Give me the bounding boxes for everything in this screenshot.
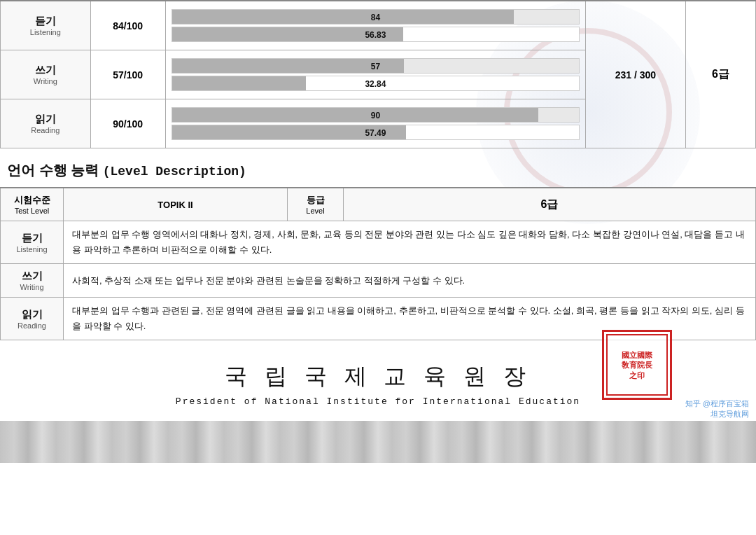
section-heading-korean: 언어 수행 능력 [7, 162, 99, 178]
reading-score: 90/100 [90, 99, 165, 148]
grade-header-english: Level [296, 207, 335, 215]
level-listening-desc: 대부분의 업무 수행 영역에서의 대화나 정치, 경제, 사회, 문화, 교육 … [64, 221, 756, 264]
grade-value-cell: 6급 [344, 188, 756, 221]
writing-bars: 57 32.84 [165, 50, 585, 99]
writing-bar1-fill [172, 59, 404, 73]
section-heading-english: (Level Description) [103, 165, 246, 179]
level-listening-english: Listening [9, 245, 55, 253]
section-heading: 언어 수행 능력 (Level Description) [0, 148, 756, 187]
writing-subject: 쓰기 Writing [1, 50, 91, 99]
reading-subject: 읽기 Reading [1, 99, 91, 148]
reading-english: Reading [6, 126, 85, 134]
level-listening-subject: 듣기 Listening [1, 221, 64, 264]
writing-score: 57/100 [90, 50, 165, 99]
test-level-header: 시험수준 Test Level [1, 188, 64, 221]
writing-bar1-label: 57 [371, 60, 380, 74]
level-reading-english: Reading [9, 321, 55, 330]
writing-bar1-track: 57 [172, 58, 580, 74]
reading-bar2-track: 57.49 [172, 125, 580, 140]
listening-english: Listening [6, 28, 85, 36]
level-reading-subject: 읽기 Reading [1, 298, 64, 340]
writing-korean: 쓰기 [6, 64, 85, 77]
topik-level-cell: TOPIK II [64, 188, 288, 221]
grade-header-korean: 등급 [296, 194, 335, 207]
zhihu-watermark: 知乎 @程序百宝箱 坦克导航网 [685, 398, 749, 419]
listening-bar1-label: 84 [371, 11, 380, 25]
page-wrapper: 듣기 Listening 84/100 84 56.83 [0, 0, 756, 463]
grade: 6급 [685, 1, 755, 148]
listening-row: 듣기 Listening 84/100 84 56.83 [1, 1, 756, 50]
listening-bar1-container: 84 [172, 9, 580, 25]
grade-value: 6급 [541, 198, 559, 210]
level-writing-subject: 쓰기 Writing [1, 264, 64, 298]
listening-subject: 듣기 Listening [1, 1, 91, 50]
level-writing-english: Writing [9, 283, 55, 291]
reading-bar1-label: 90 [371, 109, 380, 123]
level-listening-korean: 듣기 [9, 232, 55, 245]
test-level-korean: 시험수준 [9, 194, 55, 207]
listening-korean: 듣기 [6, 15, 85, 28]
footer-area: 국 립 국 제 교 육 원 장 President of National In… [0, 340, 756, 414]
listening-score: 84/100 [90, 1, 165, 50]
stamp-text: 國立國際 敎育院長 之印 [622, 350, 652, 380]
level-header-row: 시험수준 Test Level TOPIK II 등급 Level 6급 [1, 188, 756, 221]
writing-english: Writing [6, 77, 85, 85]
stamp-inner: 國立國際 敎育院長 之印 [606, 334, 668, 396]
total-score: 231 / 300 [586, 1, 686, 148]
listening-bar1-track: 84 [172, 9, 580, 25]
listening-bar2-container: 56.83 [172, 27, 580, 42]
level-reading-korean: 읽기 [9, 308, 55, 321]
reading-korean: 읽기 [6, 113, 85, 126]
level-table: 시험수준 Test Level TOPIK II 등급 Level 6급 듣기 … [0, 187, 756, 340]
listening-bar1-fill [172, 10, 514, 24]
writing-bar2-label: 32.84 [365, 77, 386, 91]
score-table: 듣기 Listening 84/100 84 56.83 [0, 0, 756, 148]
test-level-english: Test Level [9, 207, 55, 215]
level-writing-desc: 사회적, 추상적 소재 또는 업무나 전문 분야와 관련된 논술문을 정확하고 … [64, 264, 756, 298]
writing-bar1-container: 57 [172, 58, 580, 74]
writing-bar2-track: 32.84 [172, 76, 580, 91]
level-writing-row: 쓰기 Writing 사회적, 추상적 소재 또는 업무나 전문 분야와 관련된… [1, 264, 756, 298]
reading-bar2-container: 57.49 [172, 125, 580, 140]
bottom-image-strip [0, 421, 756, 463]
grade-header-cell: 등급 Level [288, 188, 344, 221]
topik-level-label: TOPIK II [158, 200, 192, 210]
reading-bar1-container: 90 [172, 107, 580, 123]
writing-bar2-container: 32.84 [172, 76, 580, 91]
reading-bar1-track: 90 [172, 107, 580, 123]
official-stamp: 國立國際 敎育院長 之印 [602, 330, 672, 400]
listening-bar2-track: 56.83 [172, 27, 580, 42]
writing-bar2-fill [172, 76, 306, 90]
listening-bar2-label: 56.83 [365, 28, 386, 42]
level-writing-korean: 쓰기 [9, 270, 55, 283]
level-listening-row: 듣기 Listening 대부분의 업무 수행 영역에서의 대화나 정치, 경제… [1, 221, 756, 264]
reading-bar2-label: 57.49 [365, 126, 386, 140]
listening-bars: 84 56.83 [165, 1, 585, 50]
reading-bar1-fill [172, 108, 538, 122]
reading-bars: 90 57.49 [165, 99, 585, 148]
